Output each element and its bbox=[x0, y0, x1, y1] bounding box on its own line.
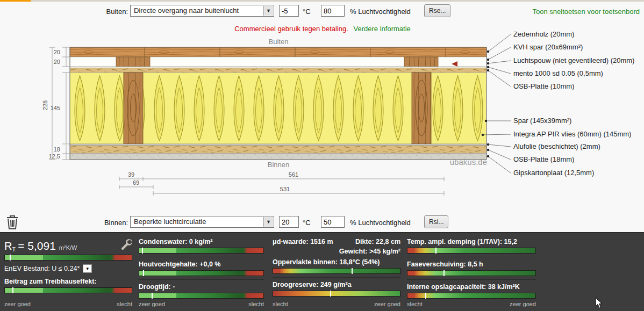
results-col-thermal: Temp. ampl. demping (1/TAV): 15,2 Faseve… bbox=[407, 238, 536, 307]
dim-left: 18 bbox=[54, 146, 60, 153]
dim-left: 20 bbox=[54, 59, 60, 65]
ubakus-u-value-calculator: Buiten: Directe overgang naar buitenluch… bbox=[0, 0, 644, 311]
dim-left: 20 bbox=[54, 49, 60, 55]
dim-left: 145 bbox=[51, 105, 60, 111]
inside-temp-unit: °C bbox=[303, 219, 311, 227]
rt-unit: m²K/W bbox=[59, 244, 77, 251]
ud-label: μd-waarde: 1516 m bbox=[273, 238, 333, 255]
rating-scale: slecht zeer goed bbox=[407, 301, 536, 307]
enev-standard-label: EnEV Bestand: U ≤ 0.24* bbox=[4, 265, 80, 272]
inside-humidity-input[interactable] bbox=[321, 216, 345, 228]
fase-label: Faseverschuiving: 8,5 h bbox=[407, 261, 536, 268]
top-accent-orange bbox=[0, 0, 31, 2]
ud-dikte-block: μd-waarde: 1516 m Dikte: 22,8 cm Gewicht… bbox=[273, 238, 400, 257]
inside-zone-label: Binnen bbox=[268, 161, 289, 169]
treibhaus-label: Beitrag zum Treibhauseffekt: bbox=[4, 278, 132, 285]
scale-left: zeer goed bbox=[139, 301, 165, 307]
rating-scale: zeer goed slecht bbox=[139, 301, 264, 307]
dikte-label: Dikte: 22,8 cm bbox=[339, 238, 400, 245]
scale-left: zeer goed bbox=[4, 301, 31, 307]
layer-kvh-spar-batten[interactable] bbox=[116, 57, 150, 67]
enev-standard-select[interactable]: ▼ bbox=[83, 264, 92, 273]
scale-left: slecht bbox=[273, 301, 288, 307]
enev-row: EnEV Bestand: U ≤ 0.24* ▼ bbox=[4, 264, 132, 273]
chevron-down-icon: ▼ bbox=[263, 217, 273, 227]
rsi-button[interactable]: Rsi... bbox=[424, 215, 448, 228]
layer-label: Luchtspouw (niet geventileerd) (20mm) bbox=[513, 56, 634, 64]
outside-temperature-input[interactable] bbox=[279, 5, 299, 17]
results-panel: RT = 5,091 m²K/W EnEV Bestand: U ≤ 0.24*… bbox=[0, 232, 644, 311]
treibhaus-rating-bar bbox=[4, 287, 132, 293]
scale-right: zeer goed bbox=[374, 301, 400, 307]
scale-right: slecht bbox=[117, 301, 132, 307]
layer-alufolie[interactable] bbox=[70, 144, 486, 146]
houtvocht-label: Houtvochtgehalte: +0,0 % bbox=[139, 261, 264, 268]
dim-bottom: 39 bbox=[128, 171, 134, 178]
oppervlakte-bar bbox=[273, 268, 400, 274]
inside-temperature-input[interactable] bbox=[279, 216, 299, 228]
rse-button[interactable]: Rse... bbox=[424, 4, 450, 17]
tav-bar bbox=[407, 248, 536, 254]
opslag-bar bbox=[407, 293, 536, 299]
shortcuts-link[interactable]: Toon sneltoetsen voor toetsenbord bbox=[533, 8, 640, 16]
layer-spar-stud[interactable] bbox=[124, 73, 143, 144]
condenswater-bar bbox=[139, 248, 264, 254]
layer-label: Spar (145x39mm²) bbox=[513, 117, 571, 125]
results-col-rvalue: RT = 5,091 m²K/W EnEV Bestand: U ≤ 0.24*… bbox=[4, 238, 132, 307]
binnen-circulation-select[interactable]: Beperkte luchtcirculatie ▼ bbox=[130, 216, 274, 228]
rt-symbol: R bbox=[4, 240, 12, 252]
layer-label: Gipskartonplaat (12,5mm) bbox=[513, 169, 594, 177]
droogreserve-label: Droogreserve: 249 g/m²a bbox=[273, 281, 400, 288]
results-col-moisture: Condenswater: 0 kg/m² Houtvochtgehalte: … bbox=[139, 238, 264, 307]
chevron-down-icon: ▼ bbox=[263, 6, 273, 16]
dim-bottom: 531 bbox=[280, 186, 290, 192]
rating-scale: slecht zeer goed bbox=[273, 301, 400, 307]
gewicht-label: Gewicht: >45 kg/m² bbox=[339, 248, 400, 255]
binnen-select-value: Beperkte luchtcirculatie bbox=[134, 218, 206, 226]
rating-scale: zeer goed slecht bbox=[4, 301, 132, 307]
layer-label: Zedernholz (20mm) bbox=[513, 30, 574, 38]
outside-humidity-label: % Luchtvochtigheid bbox=[350, 8, 411, 16]
results-col-physics: μd-waarde: 1516 m Dikte: 22,8 cm Gewicht… bbox=[273, 238, 400, 307]
binnen-label: Binnen: bbox=[102, 219, 128, 227]
outside-zone-label: Buiten bbox=[269, 38, 289, 46]
wall-cross-section: Buiten Binnen ubakus.de bbox=[0, 30, 644, 201]
layer-mento-membrane[interactable] bbox=[70, 67, 486, 68]
condenswater-label: Condenswater: 0 kg/m² bbox=[139, 238, 264, 245]
layer-label: KVH spar (20x69mm²) bbox=[513, 43, 583, 51]
rt-subscript: T bbox=[12, 246, 16, 252]
droogtijd-bar bbox=[139, 293, 264, 299]
scale-left: slecht bbox=[407, 301, 423, 307]
fase-bar bbox=[407, 270, 536, 276]
layer-gipskarton[interactable] bbox=[70, 154, 486, 160]
layer-kvh-spar-batten[interactable] bbox=[404, 57, 438, 67]
tav-label: Temp. ampl. demping (1/TAV): 15,2 bbox=[407, 238, 536, 245]
layer-label: mento 1000 sd 0.05 (0,5mm) bbox=[513, 69, 603, 77]
layer-zedernholz[interactable] bbox=[70, 47, 486, 57]
top-accent-strip bbox=[0, 0, 644, 2]
layer-label: OSB-Platte (18mm) bbox=[513, 155, 574, 163]
droogreserve-bar bbox=[273, 291, 400, 296]
delete-construction-button[interactable] bbox=[5, 214, 19, 230]
layer-osb-10[interactable] bbox=[70, 68, 486, 73]
layer-label: OSB-Platte (10mm) bbox=[513, 82, 574, 90]
buiten-label: Buiten: bbox=[102, 8, 128, 16]
layer-osb-18[interactable] bbox=[70, 146, 486, 154]
dim-bottom: 69 bbox=[133, 179, 139, 186]
dim-left: 12,5 bbox=[49, 153, 60, 160]
dim-left-total: 228 bbox=[42, 100, 48, 110]
rt-value: = 5,091 bbox=[18, 240, 56, 252]
buiten-select-value: Directe overgang naar buitenlucht bbox=[134, 6, 239, 15]
houtvocht-bar bbox=[139, 270, 264, 276]
scale-right: slecht bbox=[248, 301, 264, 307]
scale-right: zeer goed bbox=[510, 301, 536, 307]
inside-humidity-label: % Luchtvochtigheid bbox=[350, 219, 411, 227]
mouse-cursor bbox=[595, 297, 604, 309]
outside-humidity-input[interactable] bbox=[321, 5, 345, 17]
droogtijd-label: Droogtijd: - bbox=[139, 283, 264, 291]
buiten-transition-select[interactable]: Directe overgang naar buitenlucht ▼ bbox=[130, 5, 274, 17]
layer-spar-stud[interactable] bbox=[412, 73, 431, 144]
layer-label: Integra AP PIR vlies (60mm) (145mm) bbox=[513, 130, 631, 138]
wrench-icon[interactable] bbox=[120, 239, 132, 251]
oppervlakte-label: Oppervlakte binnen: 18,8°C (54%) bbox=[273, 258, 400, 266]
